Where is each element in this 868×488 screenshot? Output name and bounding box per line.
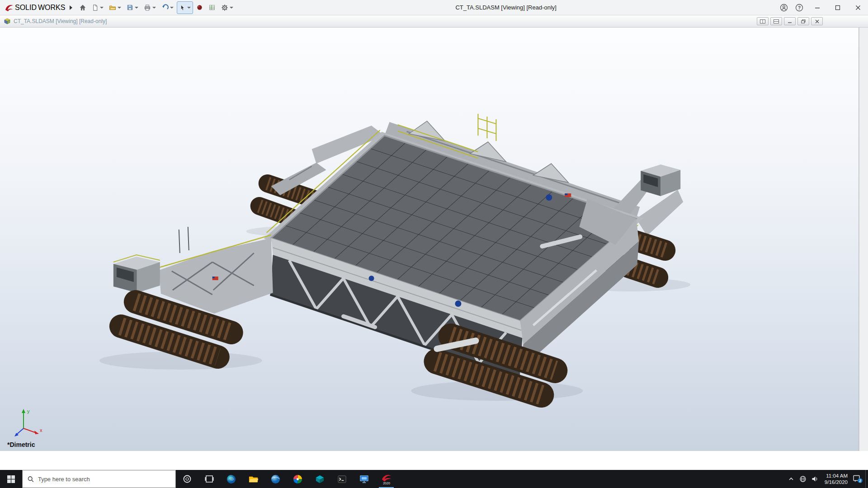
toolbar-flyout-arrow-icon[interactable] <box>70 5 72 10</box>
quick-toolbar <box>77 1 236 14</box>
maximize-button[interactable] <box>827 0 848 15</box>
system-tray: 11:04 AM 9/16/2020 2 <box>785 470 868 488</box>
file-explorer-button[interactable] <box>242 470 264 488</box>
task-view-icon <box>205 474 214 483</box>
select-tool-button[interactable] <box>177 1 193 14</box>
photos-button[interactable] <box>287 470 309 488</box>
console-icon <box>337 474 347 484</box>
pinwheel-icon <box>292 474 303 484</box>
taskbar-clock[interactable]: 11:04 AM 9/16/2020 <box>821 470 852 488</box>
undo-button[interactable] <box>159 1 176 14</box>
action-center-icon: 2 <box>853 474 863 483</box>
user-account-button[interactable] <box>776 0 792 15</box>
solidworks-taskbar-button[interactable]: 2020 <box>375 470 397 488</box>
teal-cube-icon <box>315 474 325 484</box>
triad-x-label: x <box>40 427 42 433</box>
clock-time: 11:04 AM <box>826 473 848 479</box>
minimize-button[interactable] <box>807 0 827 15</box>
cortana-button[interactable] <box>176 470 198 488</box>
split-horizontal-button[interactable] <box>757 17 769 25</box>
select-cursor-icon <box>179 4 186 11</box>
windows-logo-icon <box>7 475 15 483</box>
view-orientation-label: *Dimetric <box>7 441 35 448</box>
file-explorer-icon <box>248 474 259 484</box>
search-icon <box>28 476 34 483</box>
close-button[interactable] <box>848 0 868 15</box>
svg-text:2: 2 <box>859 479 861 483</box>
tray-chevron-button[interactable] <box>785 470 797 488</box>
show-desktop-button[interactable] <box>865 470 868 488</box>
doc-close-icon <box>815 19 819 23</box>
doc-close-button[interactable] <box>811 17 823 25</box>
windows-taskbar: 2020 11:04 AM 9/16/2020 <box>0 470 868 488</box>
start-button[interactable] <box>0 470 22 488</box>
sphere-icon <box>196 4 203 11</box>
assembly-icon <box>4 18 11 25</box>
edrawings-button[interactable] <box>309 470 331 488</box>
undo-icon <box>161 4 169 11</box>
split-vertical-button[interactable] <box>770 17 782 25</box>
open-folder-icon <box>109 4 116 11</box>
dassault-logo-icon <box>5 4 14 12</box>
new-document-caret-icon <box>100 7 104 9</box>
save-icon <box>127 4 133 11</box>
help-icon: ? <box>795 4 803 12</box>
split-horizontal-icon <box>760 19 765 23</box>
solidworks-app-icon: 2020 <box>381 473 392 485</box>
home-button[interactable] <box>77 1 89 14</box>
split-vertical-icon <box>774 19 779 23</box>
action-center-button[interactable]: 2 <box>852 470 863 488</box>
restore-icon <box>835 5 840 10</box>
search-input[interactable] <box>38 476 170 483</box>
app-title: CT_TA.SLDASM [Viewing] [Read-only] <box>236 4 776 11</box>
home-icon <box>79 4 86 11</box>
solidworks-logo: SOLIDWORKS <box>0 4 69 12</box>
svg-text:2020: 2020 <box>383 482 390 485</box>
cortana-icon <box>183 474 192 483</box>
browser-sphere-button[interactable] <box>264 470 287 488</box>
new-document-button[interactable] <box>90 1 106 14</box>
options-button[interactable] <box>219 1 236 14</box>
print-caret-icon <box>152 7 156 9</box>
help-button[interactable]: ? <box>792 0 807 15</box>
clock-date: 9/16/2020 <box>825 479 848 485</box>
remote-desktop-button[interactable] <box>353 470 375 488</box>
task-view-button[interactable] <box>198 470 220 488</box>
print-button[interactable] <box>142 1 158 14</box>
doc-minimize-icon <box>788 19 792 23</box>
cab-left <box>113 255 160 293</box>
doc-restore-button[interactable] <box>797 17 809 25</box>
network-button[interactable] <box>797 470 809 488</box>
command-prompt-button[interactable] <box>331 470 353 488</box>
hull-left-end <box>159 227 273 314</box>
appearance-sphere-button[interactable] <box>194 1 205 14</box>
document-window-controls <box>757 17 823 25</box>
close-icon <box>855 5 861 10</box>
model-canvas[interactable] <box>0 28 859 451</box>
undo-caret-icon <box>170 7 174 9</box>
speaker-icon <box>811 475 818 483</box>
save-button[interactable] <box>124 1 141 14</box>
doc-minimize-button[interactable] <box>784 17 796 25</box>
brand-solid: SOLID <box>15 4 37 12</box>
new-document-icon <box>92 4 99 11</box>
minimize-icon <box>815 5 820 10</box>
monitor-icon <box>359 474 369 484</box>
document-title: CT_TA.SLDASM [Viewing] [Read-only] <box>14 18 107 24</box>
orientation-triad[interactable]: y x <box>10 407 44 439</box>
brand-works: WORKS <box>38 4 65 12</box>
taskbar-search[interactable] <box>22 470 176 488</box>
user-account-icon <box>780 4 788 12</box>
app-lower-strip <box>0 451 868 470</box>
volume-button[interactable] <box>809 470 821 488</box>
save-caret-icon <box>135 7 138 9</box>
open-button[interactable] <box>107 1 123 14</box>
design-table-button[interactable] <box>206 1 218 14</box>
edge-icon <box>226 474 236 484</box>
graphics-viewport[interactable]: y x *Dimetric <box>0 28 859 451</box>
task-pane-strip[interactable] <box>859 28 868 451</box>
titlebar-right-controls: ? <box>776 0 868 15</box>
triad-y-label: y <box>27 408 30 414</box>
edge-button[interactable] <box>220 470 242 488</box>
doc-restore-icon <box>801 19 806 23</box>
